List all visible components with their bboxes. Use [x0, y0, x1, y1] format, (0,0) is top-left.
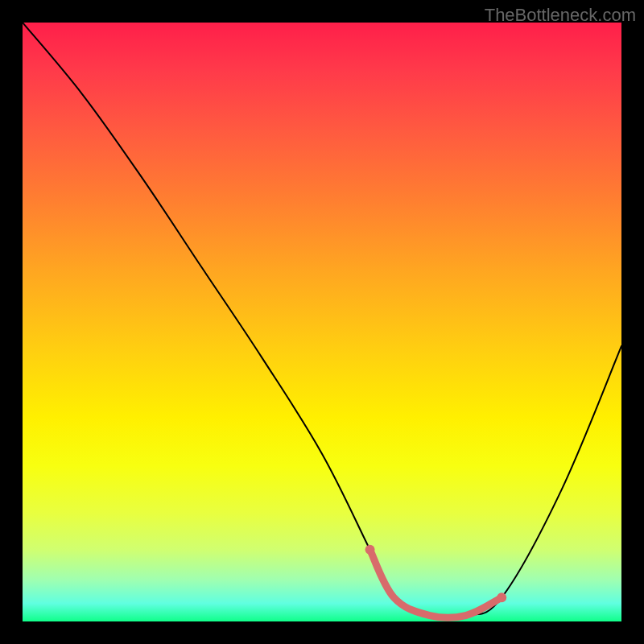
optimal-marker-start — [365, 545, 375, 555]
curve-svg — [23, 23, 621, 621]
chart-container: TheBottleneck.com — [0, 0, 644, 644]
watermark-text: TheBottleneck.com — [485, 5, 636, 26]
bottleneck-curve — [23, 23, 621, 618]
plot-area — [23, 23, 621, 621]
optimal-marker-end — [497, 592, 506, 602]
optimal-range-marker — [370, 550, 502, 618]
